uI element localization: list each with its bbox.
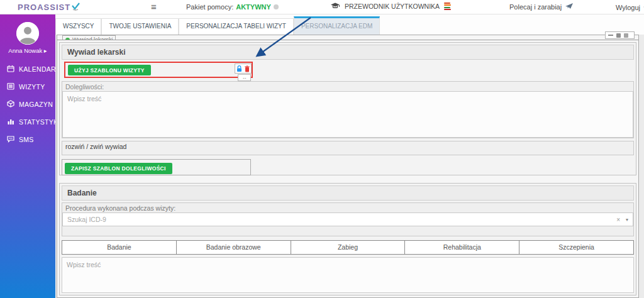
sidebar-item-sms[interactable]: SMS — [0, 131, 55, 148]
panel-lock-delete-controls — [235, 63, 252, 74]
sidebar-item-label: MAGAZYN — [19, 101, 53, 108]
sidebar-item-label: KALENDARZ — [19, 65, 60, 73]
table-header-badanie: Badanie — [62, 241, 177, 254]
sidebar-item-label: STATYSTYKI — [19, 118, 60, 126]
refer-label: Polecaj i zarabiaj — [509, 3, 562, 11]
main-content: Wywiad lekarski Wywiad lekarski UŻYJ SZA… — [55, 35, 644, 298]
top-bar: PROASSIST ≡ Pakiet pomocy: AKTYWNY PRZEW… — [0, 0, 644, 14]
package-label: Pakiet pomocy: — [186, 3, 233, 11]
procedure-category-table: Badanie Badanie obrazowe Zabieg Rehabili… — [62, 240, 634, 255]
chevron-down-icon[interactable]: ▾ — [626, 217, 628, 223]
expand-collapse-toggle[interactable]: rozwiń / zwiń wywiad — [62, 141, 634, 155]
stats-chart-icon — [7, 118, 14, 126]
procedure-label: Procedura wykonana podczas wizyty: — [62, 203, 633, 212]
book-stack-icon — [444, 3, 451, 11]
hamburger-menu-icon[interactable]: ≡ — [151, 1, 157, 12]
trash-gray-icon[interactable] — [624, 33, 628, 38]
lock-icon[interactable] — [236, 65, 242, 72]
wywiad-drag-handle[interactable]: Wywiad lekarski — [62, 35, 116, 40]
sidebar-item-label: SMS — [19, 136, 34, 143]
warehouse-box-icon — [7, 100, 14, 109]
user-avatar[interactable] — [16, 22, 39, 45]
tab-personalizacja-edm[interactable]: PERSONALIZACJA EDM — [294, 16, 380, 35]
table-header-szczepienia: Szczepienia — [519, 241, 633, 254]
tab-bar: WSZYSCY TWOJE USTAWIENIA PERSONALIZACJA … — [55, 14, 644, 35]
resize-handle[interactable]: ↔ — [238, 74, 251, 81]
badanie-notes-textarea[interactable] — [62, 257, 634, 293]
sidebar-item-wizyty[interactable]: WIZYTY — [0, 78, 55, 96]
complaints-label: Dolegliwości: — [62, 82, 633, 91]
clear-icon[interactable]: × — [616, 216, 620, 223]
badanie-panel: Badanie Procedura wykonana podczas wizyt… — [59, 183, 636, 295]
info-circle-icon[interactable] — [274, 4, 279, 9]
visits-list-icon — [7, 82, 14, 91]
refer-and-earn-link[interactable]: Polecaj i zarabiaj — [509, 3, 573, 11]
guide-label: PRZEWODNIK UŻYTKOWNIKA — [345, 3, 440, 10]
user-guide-link[interactable]: PRZEWODNIK UŻYTKOWNIKA — [330, 2, 451, 11]
table-header-rehabilitacja: Rehabilitacja — [405, 241, 519, 254]
table-header-zabieg: Zabieg — [291, 241, 406, 254]
graduation-cap-icon — [330, 2, 340, 11]
panel-window-controls — [605, 31, 635, 39]
user-menu[interactable]: Anna Nowak ▸ — [0, 47, 55, 54]
green-dot-icon — [65, 38, 70, 41]
logout-button[interactable]: Wyloguj — [616, 3, 644, 12]
tab-personalizacja-tabeli-wizyt[interactable]: PERSONALIZACJA TABELI WIZYT — [179, 18, 294, 35]
calendar-icon — [7, 65, 14, 74]
app-window: PROASSIST ≡ Pakiet pomocy: AKTYWNY PRZEW… — [0, 0, 644, 298]
minimize-icon[interactable] — [608, 35, 613, 36]
badanie-panel-title: Badanie — [62, 185, 634, 201]
wywiad-lekarski-panel: Wywiad lekarski UŻYJ SZABLONU WIZYTY — [59, 42, 636, 175]
panel-drag-strip: Wywiad lekarski — [57, 35, 638, 40]
sidebar-item-magazyn[interactable]: MAGAZYN — [0, 96, 55, 113]
complaints-field-group: Dolegliwości: — [62, 81, 634, 138]
save-template-box: ZAPISZ SZABLON DOLEGLIWOŚCI — [62, 159, 251, 175]
procedure-field-group: Procedura wykonana podczas wizyty: Szuka… — [62, 202, 634, 236]
sidebar: Anna Nowak ▸ KALENDARZ WIZYTY MAGAZYN ST… — [0, 14, 55, 298]
package-status-badge: AKTYWNY — [236, 3, 271, 11]
complaints-textarea[interactable] — [62, 91, 633, 138]
tab-wszyscy[interactable]: WSZYSCY — [55, 18, 101, 35]
lock-gray-icon[interactable] — [616, 33, 621, 38]
sidebar-item-kalendarz[interactable]: KALENDARZ — [0, 60, 55, 78]
trash-icon[interactable] — [245, 65, 250, 72]
template-button-row: UŻYJ SZABLONU WIZYTY ↔ — [62, 62, 634, 81]
use-visit-template-button[interactable]: UŻYJ SZABLONU WIZYTY — [68, 65, 151, 75]
wywiad-panel-title: Wywiad lekarski — [62, 45, 634, 60]
help-package-status: Pakiet pomocy: AKTYWNY — [186, 3, 279, 11]
paper-plane-icon — [565, 3, 573, 11]
sms-bubble-icon — [7, 135, 14, 144]
tab-twoje-ustawienia[interactable]: TWOJE USTAWIENIA — [101, 18, 179, 35]
proassist-logo[interactable]: PROASSIST — [18, 3, 80, 12]
table-header-badanie-obrazowe: Badanie obrazowe — [177, 241, 291, 254]
logo-text: PROASSIST — [18, 3, 70, 12]
logo-check-icon — [71, 3, 80, 12]
sidebar-item-label: WIZYTY — [19, 83, 45, 91]
save-complaints-template-button[interactable]: ZAPISZ SZABLON DOLEGLIWOŚCI — [65, 163, 172, 174]
annotation-red-box: UŻYJ SZABLONU WIZYTY — [64, 62, 253, 78]
logout-label: Wyloguj — [616, 4, 640, 11]
user-name: Anna Nowak — [8, 47, 42, 54]
icd9-search-select[interactable]: Szukaj ICD-9 × ▾ — [62, 212, 633, 226]
drag-handle-label: Wywiad lekarski — [72, 36, 113, 40]
icd9-search-placeholder: Szukaj ICD-9 — [67, 216, 616, 223]
chevron-right-icon: ▸ — [44, 47, 47, 54]
edm-layout-container: Wywiad lekarski Wywiad lekarski UŻYJ SZA… — [57, 35, 639, 298]
sidebar-item-statystyki[interactable]: STATYSTYKI — [0, 113, 55, 131]
